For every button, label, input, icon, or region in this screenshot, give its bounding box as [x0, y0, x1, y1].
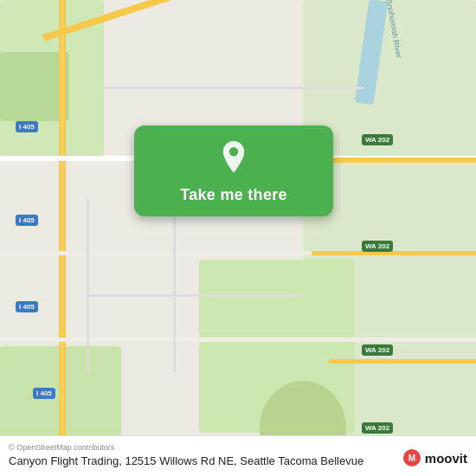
copyright-text: © OpenStreetMap contributors — [9, 443, 467, 452]
svg-text:M: M — [408, 453, 415, 463]
local-road-1 — [104, 87, 363, 89]
wa202-road-2 — [312, 251, 476, 255]
i405-road-inner — [61, 0, 64, 476]
info-bar: © OpenStreetMap contributors Canyon Flig… — [0, 435, 476, 476]
shield-wa202-3: WA 202 — [362, 344, 393, 356]
shield-wa202-1: WA 202 — [362, 134, 393, 145]
moovit-brand-text: moovit — [425, 451, 467, 466]
shield-i405-3: I 405 — [16, 301, 38, 312]
cta-overlay: Take me there — [134, 125, 333, 216]
address-text: Canyon Flight Trading, 12515 Willows Rd … — [9, 454, 467, 467]
location-pin-icon — [215, 141, 252, 177]
wa202-road-3 — [329, 359, 476, 363]
shield-wa202-4: WA 202 — [362, 422, 393, 434]
shield-i405-1: I 405 — [16, 121, 38, 132]
shield-i405-2: I 405 — [16, 215, 38, 226]
map-container: I 405 I 405 I 405 I 405 WA 202 WA 202 WA… — [0, 0, 476, 476]
moovit-logo: M moovit — [402, 448, 467, 467]
local-road-3 — [173, 199, 176, 372]
shield-wa202-2: WA 202 — [362, 241, 393, 252]
cta-button-label[interactable]: Take me there — [180, 186, 287, 204]
h-road-3 — [0, 338, 476, 342]
local-road-2 — [87, 199, 89, 372]
local-road-4 — [87, 294, 303, 297]
svg-point-0 — [229, 147, 239, 157]
moovit-icon: M — [402, 448, 421, 467]
shield-i405-4: I 405 — [33, 388, 55, 399]
